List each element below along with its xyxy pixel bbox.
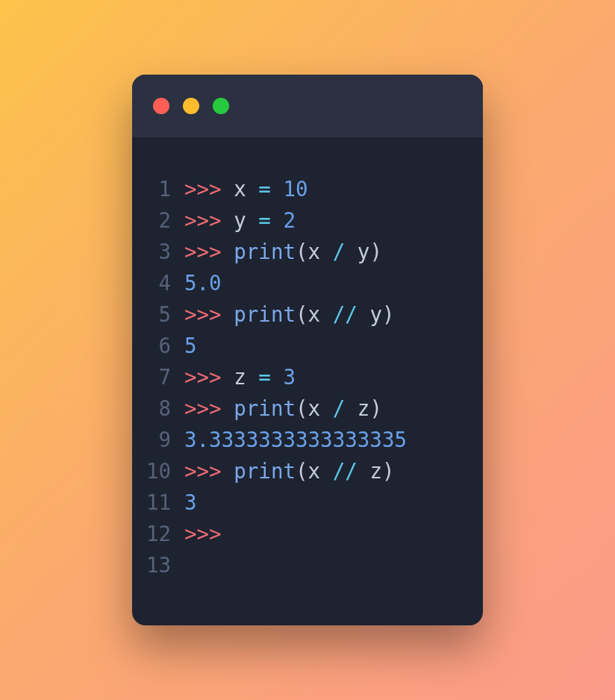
code-content: >>> x = 10 — [184, 173, 469, 204]
token-space — [222, 459, 234, 483]
token-paren: ( — [296, 240, 308, 263]
line-number: 7 — [146, 361, 184, 393]
token-paren: ) — [382, 302, 395, 326]
token-prompt: >>> — [184, 302, 222, 326]
code-line: 93.3333333333333335 — [146, 424, 469, 455]
token-paren: ) — [382, 459, 395, 483]
code-content: 5.0 — [184, 267, 469, 299]
code-line: 7>>> z = 3 — [146, 361, 469, 393]
token-ident: x — [308, 302, 321, 326]
line-number: 3 — [146, 236, 184, 267]
token-prompt: >>> — [184, 240, 222, 263]
token-op: = — [258, 177, 271, 201]
token-op: // — [333, 302, 358, 326]
line-number: 2 — [146, 204, 184, 236]
token-prompt: >>> — [184, 459, 222, 483]
token-space — [345, 396, 358, 420]
token-ident: x — [308, 459, 321, 483]
token-num: 10 — [283, 177, 308, 201]
code-line: 8>>> print(x / z) — [146, 393, 469, 424]
token-paren: ) — [369, 240, 382, 263]
token-paren: ( — [296, 396, 308, 420]
code-line: 13 — [146, 549, 469, 581]
token-prompt: >>> — [184, 396, 222, 420]
token-space — [222, 396, 234, 420]
token-ident: z — [369, 459, 382, 483]
token-num: 3 — [283, 365, 296, 389]
token-ident: y — [369, 302, 382, 326]
line-number: 5 — [146, 299, 184, 330]
token-prompt: >>> — [184, 365, 222, 389]
code-content: >>> z = 3 — [184, 361, 469, 393]
token-space — [358, 459, 370, 483]
code-content: >>> print(x / z) — [184, 393, 469, 424]
token-out: 3 — [184, 490, 197, 514]
code-content: >>> — [184, 518, 469, 549]
token-space — [271, 177, 284, 201]
code-area[interactable]: 1>>> x = 102>>> y = 23>>> print(x / y)45… — [132, 137, 483, 625]
token-op: // — [333, 459, 358, 483]
token-op: / — [333, 240, 346, 263]
code-line: 2>>> y = 2 — [146, 204, 469, 236]
line-number: 10 — [146, 455, 184, 487]
token-space — [320, 240, 333, 263]
token-func: print — [234, 459, 296, 483]
code-content: 3.3333333333333335 — [184, 424, 469, 455]
token-space — [271, 208, 284, 232]
code-content: >>> print(x // y) — [184, 299, 469, 330]
token-op: = — [258, 365, 271, 389]
token-space — [320, 396, 333, 420]
token-ident: x — [234, 177, 246, 201]
token-func: print — [234, 396, 296, 420]
token-ident: z — [358, 396, 370, 420]
line-number: 6 — [146, 330, 184, 361]
token-paren: ( — [296, 302, 308, 326]
token-space — [246, 177, 259, 201]
code-content — [184, 549, 469, 581]
minimize-icon[interactable] — [183, 98, 199, 114]
titlebar — [132, 75, 483, 137]
line-number: 1 — [146, 173, 184, 204]
code-content: 5 — [184, 330, 469, 361]
line-number: 4 — [146, 267, 184, 299]
token-func: print — [234, 302, 296, 326]
token-space — [222, 302, 234, 326]
token-space — [222, 240, 234, 263]
token-space — [358, 302, 370, 326]
token-space — [222, 177, 234, 201]
token-paren: ) — [369, 396, 382, 420]
line-number: 13 — [146, 549, 184, 581]
code-line: 113 — [146, 487, 469, 518]
token-op: = — [258, 208, 271, 232]
token-func: print — [234, 240, 296, 263]
token-prompt: >>> — [184, 177, 222, 201]
line-number: 11 — [146, 487, 184, 518]
token-space — [320, 459, 333, 483]
token-ident: z — [234, 365, 246, 389]
code-line: 12>>> — [146, 518, 469, 549]
line-number: 12 — [146, 518, 184, 549]
token-out: 3.3333333333333335 — [184, 428, 407, 451]
code-line: 3>>> print(x / y) — [146, 236, 469, 267]
token-space — [320, 302, 333, 326]
token-num: 2 — [283, 208, 296, 232]
close-icon[interactable] — [153, 98, 169, 114]
code-content: >>> print(x // z) — [184, 455, 469, 487]
code-window: 1>>> x = 102>>> y = 23>>> print(x / y)45… — [132, 75, 483, 625]
token-space — [271, 365, 284, 389]
token-ident: y — [358, 240, 370, 263]
token-space — [222, 365, 234, 389]
code-line: 1>>> x = 10 — [146, 173, 469, 204]
token-space — [246, 208, 259, 232]
token-ident: y — [234, 208, 246, 232]
token-space — [345, 240, 358, 263]
token-prompt: >>> — [184, 522, 222, 546]
code-content: >>> y = 2 — [184, 204, 469, 236]
code-line: 10>>> print(x // z) — [146, 455, 469, 487]
maximize-icon[interactable] — [213, 98, 229, 114]
token-ident: x — [308, 396, 321, 420]
token-space — [222, 208, 234, 232]
token-space — [246, 365, 259, 389]
code-line: 65 — [146, 330, 469, 361]
token-out: 5 — [184, 334, 197, 357]
